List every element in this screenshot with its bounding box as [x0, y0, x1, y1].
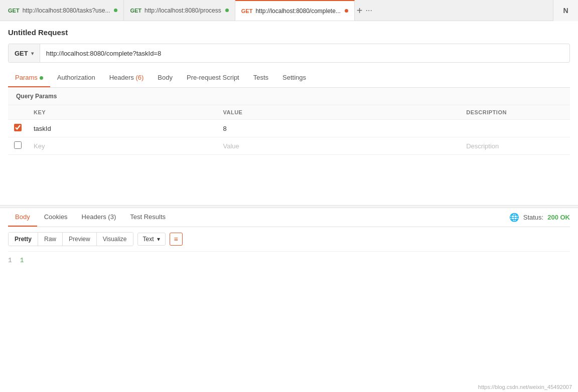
tab-3-url: http://localhost:8080/complete...: [255, 8, 340, 15]
format-btn-visualize[interactable]: Visualize: [97, 233, 133, 246]
tab-actions: + ···: [357, 6, 372, 16]
response-line-1-content: 1: [20, 257, 24, 264]
tab-2-method: GET: [130, 8, 141, 14]
request-nav-tabs: Params Authorization Headers (6) Body Pr…: [8, 69, 570, 88]
text-format-value: Text: [143, 236, 154, 243]
method-value: GET: [15, 50, 28, 57]
wrap-button[interactable]: ≡: [170, 233, 183, 246]
line-number-1: 1: [8, 257, 12, 264]
placeholder-key[interactable]: Key: [28, 137, 217, 155]
tab-prerequest-label: Pre-request Script: [187, 74, 239, 81]
text-format-chevron-icon: ▾: [157, 236, 160, 243]
tab-settings-label: Settings: [282, 74, 306, 81]
right-panel: N: [553, 0, 578, 21]
response-tab-cookies-label: Cookies: [44, 213, 68, 221]
text-format-dropdown[interactable]: Text ▾: [137, 233, 166, 246]
globe-icon: 🌐: [509, 213, 519, 222]
placeholder-checkbox-cell: [8, 137, 28, 155]
tab-tests-label: Tests: [253, 74, 268, 81]
placeholder-description[interactable]: Description: [460, 137, 570, 155]
tab-2-dot: [225, 9, 229, 12]
tab-prerequest[interactable]: Pre-request Script: [180, 69, 246, 87]
response-tab-test-results[interactable]: Test Results: [123, 208, 173, 227]
status-value: 200 OK: [547, 214, 570, 221]
tab-body-label: Body: [158, 74, 173, 81]
response-tab-test-results-label: Test Results: [130, 213, 166, 221]
response-tab-headers[interactable]: Headers (3): [75, 208, 123, 227]
request-title: Untitled Request: [8, 28, 570, 37]
format-btn-pretty[interactable]: Pretty: [9, 233, 38, 246]
row-description[interactable]: [460, 120, 570, 137]
format-btn-preview[interactable]: Preview: [63, 233, 97, 246]
tab-authorization-label: Authorization: [57, 74, 95, 81]
tab-settings[interactable]: Settings: [275, 69, 313, 87]
row-checkbox-cell: [8, 120, 28, 137]
main-content: Untitled Request GET ▾ Params Authorizat…: [0, 21, 578, 155]
tab-3[interactable]: GET http://localhost:8080/complete...: [235, 0, 355, 21]
tab-1-method: GET: [8, 8, 20, 14]
add-tab-button[interactable]: +: [357, 6, 363, 16]
response-tab-cookies[interactable]: Cookies: [37, 208, 75, 227]
tab-headers[interactable]: Headers (6): [102, 69, 151, 87]
response-body: 11: [8, 252, 570, 269]
placeholder-checkbox[interactable]: [14, 141, 22, 149]
tab-params[interactable]: Params: [8, 69, 50, 87]
table-placeholder-row: Key Value Description: [8, 137, 570, 155]
response-nav-left: Body Cookies Headers (3) Test Results: [8, 208, 173, 227]
tab-1-dot: [114, 9, 117, 12]
response-nav-tabs: Body Cookies Headers (3) Test Results 🌐 …: [8, 208, 570, 227]
params-dot: [40, 76, 43, 80]
tab-bar: GET http://localhost:8080/tasks?use... G…: [0, 0, 578, 21]
tab-headers-label: Headers: [109, 74, 134, 81]
tab-2-url: http://localhost:8080/process: [144, 7, 221, 14]
tab-1[interactable]: GET http://localhost:8080/tasks?use...: [2, 0, 124, 21]
row-value[interactable]: 8: [217, 120, 460, 137]
tab-3-method: GET: [241, 8, 253, 14]
col-desc-header: DESCRIPTION: [460, 105, 570, 120]
method-select[interactable]: GET ▾: [9, 44, 40, 62]
method-chevron-icon: ▾: [31, 51, 34, 56]
table-row: taskId 8: [8, 120, 570, 137]
col-value-header: VALUE: [217, 105, 460, 120]
response-status-area: 🌐 Status: 200 OK: [509, 213, 570, 222]
tab-1-url: http://localhost:8080/tasks?use...: [23, 7, 110, 14]
tab-tests[interactable]: Tests: [246, 69, 275, 87]
headers-badge: (6): [134, 74, 144, 81]
format-btn-group: Pretty Raw Preview Visualize: [8, 232, 133, 246]
response-tab-body-label: Body: [15, 213, 30, 221]
url-bar: GET ▾: [8, 44, 570, 63]
placeholder-value[interactable]: Value: [217, 137, 460, 155]
tab-params-label: Params: [15, 74, 38, 81]
response-section: Body Cookies Headers (3) Test Results 🌐 …: [0, 208, 578, 269]
row-checkbox[interactable]: [14, 124, 22, 131]
response-tab-headers-label: Headers (3): [82, 213, 116, 221]
response-tab-body[interactable]: Body: [8, 208, 37, 227]
format-btn-raw[interactable]: Raw: [38, 233, 63, 246]
col-key-header: KEY: [28, 105, 217, 120]
row-key[interactable]: taskId: [28, 120, 217, 137]
more-tabs-button[interactable]: ···: [366, 6, 372, 15]
url-input[interactable]: [40, 50, 569, 57]
tab-authorization[interactable]: Authorization: [50, 69, 102, 87]
tab-2[interactable]: GET http://localhost:8080/process: [124, 0, 235, 21]
wrap-icon: ≡: [174, 236, 178, 243]
query-params-label: Query Params: [8, 88, 570, 105]
tab-body[interactable]: Body: [151, 69, 180, 87]
params-table: KEY VALUE DESCRIPTION taskId 8 Key: [8, 105, 570, 155]
tab-3-dot: [345, 9, 348, 13]
col-checkbox: [8, 105, 28, 120]
response-toolbar: Pretty Raw Preview Visualize Text ▾ ≡: [8, 227, 570, 252]
status-label: Status:: [523, 214, 543, 221]
